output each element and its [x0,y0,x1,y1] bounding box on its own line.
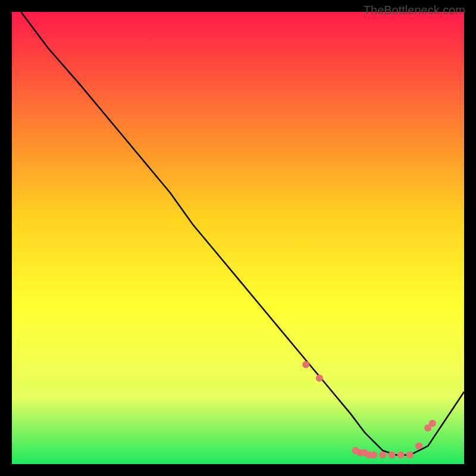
marker-point [379,452,386,459]
watermark-text: TheBottleneck.com [364,4,465,17]
plot-area [12,12,464,464]
marker-point [429,420,436,427]
marker-point [415,443,422,450]
highlight-markers [302,361,436,459]
marker-point [302,361,309,368]
chart-svg [12,12,464,464]
marker-point [397,452,405,459]
marker-point [316,375,323,382]
marker-point [370,452,377,459]
marker-point [406,452,414,459]
bottleneck-curve [21,12,464,455]
marker-point [388,452,395,459]
